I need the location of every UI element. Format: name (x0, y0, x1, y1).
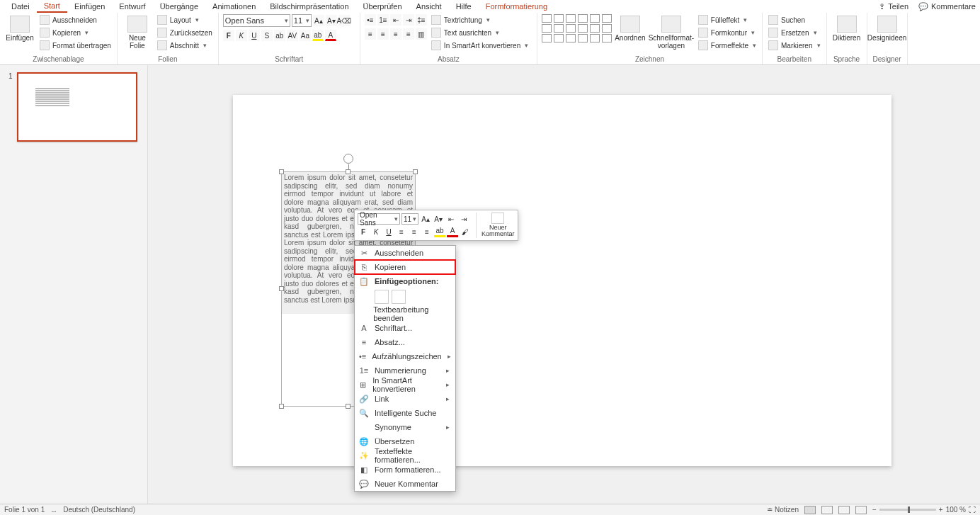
align-right-button[interactable]: ≡ (390, 28, 401, 40)
numbering-button[interactable]: 1≡ (377, 14, 389, 26)
find-button[interactable]: Suchen (767, 14, 821, 26)
ctx-smart-lookup[interactable]: 🔍Intelligente Suche (355, 406, 455, 420)
mini-new-comment[interactable]: Neuer Kommentar (482, 213, 515, 238)
justify-button[interactable]: ≡ (403, 28, 414, 40)
shadow-button[interactable]: ab (274, 30, 285, 41)
zoom-level[interactable]: 100 % (946, 506, 966, 514)
language-indicator[interactable]: Deutsch (Deutschland) (63, 506, 135, 514)
section-button[interactable]: Abschnitt▾ (156, 40, 214, 51)
view-reading-button[interactable] (838, 506, 850, 514)
slide-thumbnail-1[interactable] (17, 72, 137, 142)
italic-button[interactable]: K (236, 30, 247, 41)
tab-bildschirmpraesentation[interactable]: Bildschirmpräsentation (263, 1, 355, 12)
tab-hilfe[interactable]: Hilfe (449, 1, 479, 12)
font-color-button[interactable]: A (325, 30, 336, 41)
tab-einfuegen[interactable]: Einfügen (67, 1, 112, 12)
increase-font-button[interactable]: A▴ (313, 15, 324, 26)
ctx-new-comment[interactable]: 💬Neuer Kommentar (355, 477, 455, 491)
paste-option-text-only[interactable] (392, 290, 406, 304)
font-size-combo[interactable]: 11▾ (292, 14, 312, 27)
zoom-out-button[interactable]: − (872, 506, 877, 514)
mini-increase-indent[interactable]: ⇥ (458, 213, 469, 225)
strikethrough-button[interactable]: S (261, 30, 273, 41)
shape-fill-button[interactable]: Fülleffekt▾ (697, 14, 758, 26)
select-button[interactable]: Markieren▾ (767, 40, 821, 51)
bullets-button[interactable]: •≡ (365, 14, 376, 26)
increase-indent-button[interactable]: ⇥ (403, 14, 414, 26)
copy-button[interactable]: Kopieren▾ (38, 27, 113, 38)
paste-button[interactable]: Einfügen (4, 14, 35, 43)
resize-handle-tm[interactable] (346, 169, 351, 174)
align-center-button[interactable]: ≡ (377, 28, 389, 40)
mini-align[interactable]: ≡ (396, 226, 407, 237)
tab-ueberpruefen[interactable]: Überprüfen (356, 1, 409, 12)
decrease-indent-button[interactable]: ⇤ (390, 14, 401, 26)
zoom-in-button[interactable]: + (939, 506, 943, 514)
tab-entwurf[interactable]: Entwurf (112, 1, 152, 12)
notes-button[interactable]: ≐ Notizen (767, 506, 799, 514)
change-case-button[interactable]: Aa (300, 30, 311, 41)
tab-datei[interactable]: Datei (4, 1, 37, 12)
cut-button[interactable]: Ausschneiden (38, 14, 113, 26)
ctx-convert-smartart[interactable]: ⊞In SmartArt konvertieren▸ (355, 378, 455, 392)
line-spacing-button[interactable]: ‡≡ (416, 14, 427, 26)
mini-align-center[interactable]: ≡ (409, 226, 420, 237)
convert-smartart-button[interactable]: In SmartArt konvertieren▾ (430, 40, 530, 51)
dictate-button[interactable]: Diktieren (831, 14, 862, 43)
rotate-handle[interactable] (343, 154, 353, 164)
mini-font-name[interactable]: Open Sans▾ (358, 213, 400, 225)
mini-font-color[interactable]: A (447, 226, 458, 237)
underline-button[interactable]: U (249, 30, 260, 41)
paste-option-keep-formatting[interactable] (375, 290, 389, 304)
tab-start[interactable]: Start (37, 0, 67, 13)
resize-handle-ml[interactable] (279, 286, 284, 291)
quick-styles-button[interactable]: Schnellformat- vorlagen (649, 14, 694, 51)
slide-canvas-area[interactable]: Lorem ipsum dolor sit amet, consetetur s… (148, 65, 980, 504)
mini-align-right[interactable]: ≡ (421, 226, 433, 237)
tab-ansicht[interactable]: Ansicht (409, 1, 449, 12)
mini-decrease-font[interactable]: A▾ (433, 213, 444, 225)
char-spacing-button[interactable]: AV (287, 30, 298, 41)
view-sorter-button[interactable] (821, 506, 833, 514)
align-left-button[interactable]: ≡ (365, 28, 376, 40)
ctx-exit-text-edit[interactable]: Textbearbeitung beenden (355, 307, 455, 321)
slide[interactable]: Lorem ipsum dolor sit amet, consetetur s… (233, 95, 891, 466)
text-direction-button[interactable]: Textrichtung▾ (430, 14, 530, 26)
columns-button[interactable]: ▥ (416, 28, 427, 40)
ctx-synonyms[interactable]: Synonyme▸ (355, 420, 455, 434)
shape-effects-button[interactable]: Formeffekte▾ (697, 40, 758, 51)
arrange-button[interactable]: Anordnen (615, 14, 646, 43)
bold-button[interactable]: F (223, 30, 234, 41)
spellcheck-icon[interactable]: ⎵ (52, 506, 56, 514)
new-slide-button[interactable]: Neue Folie (122, 14, 153, 51)
ctx-numbering[interactable]: 1≡Nummerierung▸ (355, 363, 455, 378)
resize-handle-tl[interactable] (279, 169, 284, 174)
shapes-gallery[interactable] (542, 14, 612, 43)
align-text-button[interactable]: Text ausrichten▾ (430, 27, 530, 38)
ctx-link[interactable]: 🔗Link▸ (355, 392, 455, 406)
share-button[interactable]: ⇪Teilen (879, 2, 908, 11)
replace-button[interactable]: Ersetzen▾ (767, 27, 821, 38)
fit-to-window-button[interactable]: ⛶ (969, 506, 976, 514)
comments-button[interactable]: 💬Kommentare (918, 2, 976, 11)
ctx-format-shape[interactable]: ◧Form formatieren... (355, 463, 455, 477)
view-normal-button[interactable] (804, 506, 816, 514)
mini-decrease-indent[interactable]: ⇤ (445, 213, 457, 225)
design-ideas-button[interactable]: Designideen (872, 14, 903, 43)
shape-outline-button[interactable]: Formkontur▾ (697, 27, 758, 38)
zoom-control[interactable]: − + 100 % ⛶ (872, 506, 976, 514)
layout-button[interactable]: Layout▾ (156, 14, 214, 26)
mini-underline[interactable]: U (383, 226, 394, 237)
highlight-button[interactable]: ab (312, 30, 324, 41)
resize-handle-bm[interactable] (346, 404, 351, 409)
resize-handle-tr[interactable] (413, 169, 418, 174)
view-slideshow-button[interactable] (855, 506, 867, 514)
mini-increase-font[interactable]: A▴ (420, 213, 431, 225)
ctx-translate[interactable]: 🌐Übersetzen (355, 434, 455, 448)
mini-format-painter[interactable]: 🖌 (460, 226, 471, 237)
ctx-paragraph[interactable]: ≡Absatz... (355, 335, 455, 349)
ctx-cut[interactable]: ✂Ausschneiden (355, 246, 455, 260)
ctx-bullets[interactable]: •≡Aufzählungszeichen▸ (355, 349, 455, 363)
ctx-text-effects[interactable]: ✨Texteffekte formatieren... (355, 448, 455, 463)
reset-button[interactable]: Zurücksetzen (156, 27, 214, 38)
